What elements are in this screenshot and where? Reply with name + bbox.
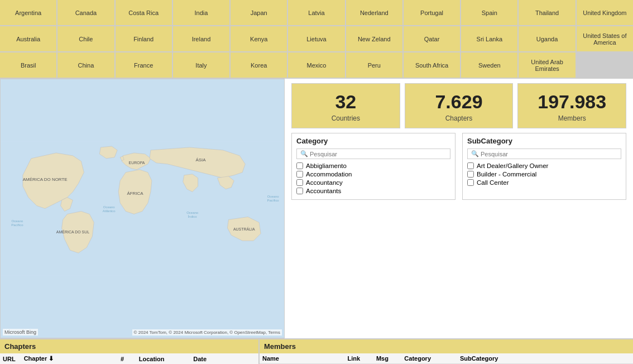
country-cell[interactable]: Sri Lanka: [461, 26, 517, 51]
members-value: 197.983: [522, 92, 621, 112]
svg-text:Atlântico: Atlântico: [103, 209, 116, 213]
svg-text:EUROPA: EUROPA: [129, 161, 145, 165]
country-cell[interactable]: Argentina: [0, 0, 56, 25]
country-cell[interactable]: United Arab Emirates: [519, 52, 575, 78]
chapters-panel: Chapters URL Chapter ⬇ # Location Date 🔗…: [0, 339, 260, 364]
subcategory-search[interactable]: 🔍: [467, 149, 621, 159]
country-cell[interactable]: United Kingdom: [577, 0, 633, 25]
svg-text:Pacífico: Pacífico: [267, 199, 279, 202]
chapters-header: Chapters: [0, 339, 258, 353]
right-panel: 32 Countries 7.629 Chapters 197.983 Memb…: [285, 79, 633, 338]
country-cell[interactable]: Korea: [231, 52, 287, 78]
bing-logo: Microsoft Bing: [3, 329, 38, 336]
members-panel: Members Name Link Msg Category SubCatego…: [260, 339, 633, 364]
country-cell[interactable]: Ireland: [173, 26, 229, 51]
col-url: URL: [0, 353, 21, 364]
subcategory-list: Art Dealer/Gallery OwnerBuilder - Commer…: [467, 162, 621, 188]
countries-value: 32: [296, 92, 395, 112]
country-cell[interactable]: Brasil: [0, 52, 56, 78]
chapters-table-scroll[interactable]: URL Chapter ⬇ # Location Date 🔗 Alchemis…: [0, 353, 258, 364]
category-item[interactable]: Abbigliamento: [296, 162, 450, 169]
country-cell[interactable]: Chile: [57, 26, 114, 51]
country-cell[interactable]: Canada: [57, 0, 114, 25]
subcategory-search-icon: 🔍: [471, 150, 479, 157]
country-cell[interactable]: Peru: [346, 52, 402, 78]
subcategory-item[interactable]: Art Dealer/Gallery Owner: [467, 162, 621, 169]
country-cell[interactable]: China: [57, 52, 114, 78]
svg-text:AUSTRÁLIA: AUSTRÁLIA: [233, 227, 255, 231]
country-cell[interactable]: Latvia: [288, 0, 344, 25]
subcategory-item[interactable]: Call Center: [467, 179, 621, 186]
subcategory-search-input[interactable]: [481, 151, 617, 157]
chapters-table: URL Chapter ⬇ # Location Date 🔗 Alchemis…: [0, 353, 258, 364]
col-name: Name: [260, 353, 345, 364]
svg-text:Oceano: Oceano: [186, 211, 199, 214]
category-search-input[interactable]: [310, 151, 447, 157]
category-checkbox[interactable]: [296, 179, 303, 186]
country-cell[interactable]: Italy: [173, 52, 229, 78]
svg-text:Pacífico: Pacífico: [11, 223, 23, 227]
svg-text:Índico: Índico: [188, 215, 198, 218]
country-cell[interactable]: Lietuva: [288, 26, 344, 51]
subcategory-checkbox[interactable]: [467, 179, 474, 186]
subcategory-checkbox[interactable]: [467, 171, 474, 178]
country-cell[interactable]: Thailand: [519, 0, 575, 25]
svg-text:ÁFRICA: ÁFRICA: [127, 191, 143, 196]
country-cell[interactable]: Costa Rica: [116, 0, 172, 25]
stats-row: 32 Countries 7.629 Chapters 197.983 Memb…: [291, 83, 626, 128]
map-copyright: © 2024 TomTom, © 2024 Microsoft Corporat…: [132, 329, 282, 336]
category-item[interactable]: Accommodation: [296, 171, 450, 178]
col-subcategory: SubCategory: [457, 353, 633, 364]
chapters-value: 7.629: [410, 92, 509, 112]
country-cell[interactable]: Australia: [0, 26, 56, 51]
country-cell[interactable]: Spain: [461, 0, 517, 25]
category-search-icon: 🔍: [300, 150, 308, 157]
country-grid: ArgentinaCanadaCosta RicaIndiaJapanLatvi…: [0, 0, 633, 79]
category-item[interactable]: Accountants: [296, 188, 450, 194]
country-cell[interactable]: South Africa: [404, 52, 460, 78]
world-map: AMÉRICA DO NORTE AMÉRICA DO SUL EUROPA Á…: [0, 79, 285, 338]
country-cell[interactable]: India: [173, 0, 229, 25]
country-cell[interactable]: Sweden: [461, 52, 517, 78]
category-search[interactable]: 🔍: [296, 149, 450, 159]
category-checkbox[interactable]: [296, 171, 303, 178]
category-item[interactable]: Accountancy: [296, 179, 450, 186]
col-link: Link: [345, 353, 373, 364]
country-cell[interactable]: Nederland: [346, 0, 402, 25]
col-category: Category: [401, 353, 457, 364]
category-filter: Category 🔍 AbbigliamentoAccommodationAcc…: [291, 133, 455, 200]
country-cell[interactable]: United States of America: [577, 26, 633, 51]
svg-text:AMÉRICA DO NORTE: AMÉRICA DO NORTE: [23, 177, 68, 182]
chapters-label: Chapters: [410, 114, 509, 122]
category-item-label: Accountants: [306, 188, 341, 194]
country-cell[interactable]: Qatar: [404, 26, 460, 51]
members-label: Members: [522, 114, 621, 122]
country-cell[interactable]: Uganda: [519, 26, 575, 51]
filters-row: Category 🔍 AbbigliamentoAccommodationAcc…: [291, 133, 626, 200]
bottom-section: Chapters URL Chapter ⬇ # Location Date 🔗…: [0, 338, 633, 364]
category-item-label: Abbigliamento: [306, 162, 347, 169]
country-cell[interactable]: Mexico: [288, 52, 344, 78]
country-cell[interactable]: Finland: [116, 26, 172, 51]
col-chapter[interactable]: Chapter ⬇: [21, 353, 118, 364]
col-date: Date: [190, 353, 258, 364]
country-cell[interactable]: Japan: [231, 0, 287, 25]
subcategory-filter: SubCategory 🔍 Art Dealer/Gallery OwnerBu…: [462, 133, 626, 200]
members-table-scroll[interactable]: Name Link Msg Category SubCategory Danie…: [260, 353, 633, 364]
subcategory-item[interactable]: Builder - Commercial: [467, 171, 621, 178]
country-cell[interactable]: France: [116, 52, 172, 78]
col-num: #: [118, 353, 136, 364]
countries-stat: 32 Countries: [291, 83, 400, 128]
category-item-label: Accountancy: [306, 179, 343, 186]
category-checkbox[interactable]: [296, 162, 303, 169]
countries-label: Countries: [296, 114, 395, 122]
country-cell[interactable]: Portugal: [404, 0, 460, 25]
members-header: Members: [260, 339, 633, 353]
country-cell[interactable]: New Zeland: [346, 26, 402, 51]
country-cell[interactable]: Kenya: [231, 26, 287, 51]
category-item-label: Accommodation: [306, 171, 352, 178]
subcategory-checkbox[interactable]: [467, 162, 474, 169]
col-location: Location: [136, 353, 190, 364]
category-list: AbbigliamentoAccommodationAccountancyAcc…: [296, 162, 450, 196]
category-checkbox[interactable]: [296, 188, 303, 194]
